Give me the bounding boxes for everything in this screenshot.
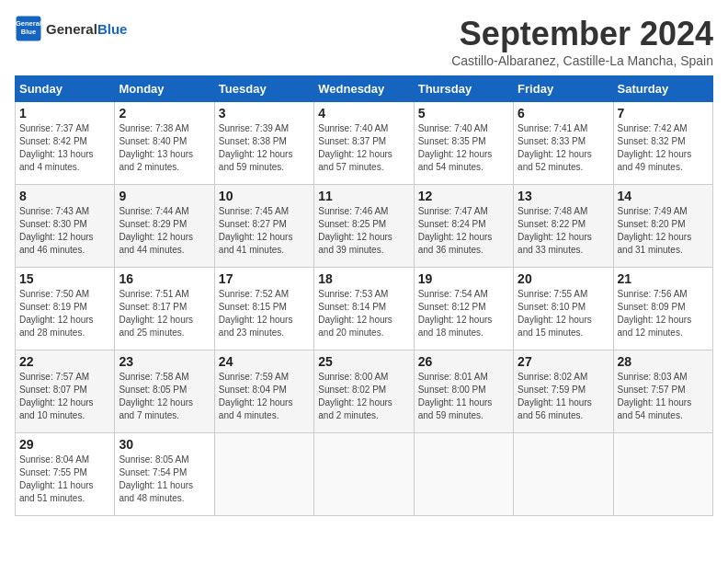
day-info: Sunrise: 7:46 AM Sunset: 8:25 PM Dayligh… bbox=[318, 205, 409, 257]
day-info: Sunrise: 7:37 AM Sunset: 8:42 PM Dayligh… bbox=[19, 122, 110, 174]
calendar-cell bbox=[414, 433, 513, 516]
calendar-cell: 21Sunrise: 7:56 AM Sunset: 8:09 PM Dayli… bbox=[613, 268, 712, 350]
day-number: 23 bbox=[119, 354, 210, 369]
day-number: 25 bbox=[318, 354, 409, 369]
calendar-cell: 1Sunrise: 7:37 AM Sunset: 8:42 PM Daylig… bbox=[16, 102, 115, 185]
calendar-table: Sunday Monday Tuesday Wednesday Thursday… bbox=[15, 75, 713, 516]
calendar-header: Sunday Monday Tuesday Wednesday Thursday… bbox=[16, 76, 713, 102]
calendar-cell: 8Sunrise: 7:43 AM Sunset: 8:30 PM Daylig… bbox=[16, 185, 115, 268]
calendar-cell: 12Sunrise: 7:47 AM Sunset: 8:24 PM Dayli… bbox=[414, 185, 513, 268]
day-number: 17 bbox=[219, 271, 310, 286]
logo: General Blue GeneralBlue bbox=[15, 15, 127, 42]
day-number: 24 bbox=[219, 354, 310, 369]
calendar-cell: 23Sunrise: 7:58 AM Sunset: 8:05 PM Dayli… bbox=[115, 350, 214, 433]
day-info: Sunrise: 7:54 AM Sunset: 8:12 PM Dayligh… bbox=[418, 288, 509, 339]
day-info: Sunrise: 8:01 AM Sunset: 8:00 PM Dayligh… bbox=[418, 371, 509, 422]
header-tuesday: Tuesday bbox=[214, 76, 313, 102]
day-info: Sunrise: 7:50 AM Sunset: 8:19 PM Dayligh… bbox=[19, 288, 110, 339]
day-info: Sunrise: 7:53 AM Sunset: 8:14 PM Dayligh… bbox=[318, 288, 409, 339]
day-number: 19 bbox=[418, 271, 509, 286]
day-number: 5 bbox=[418, 106, 509, 121]
calendar-body: 1Sunrise: 7:37 AM Sunset: 8:42 PM Daylig… bbox=[16, 102, 713, 516]
calendar-week-row: 8Sunrise: 7:43 AM Sunset: 8:30 PM Daylig… bbox=[16, 185, 713, 268]
calendar-cell: 16Sunrise: 7:51 AM Sunset: 8:17 PM Dayli… bbox=[115, 268, 214, 350]
calendar-cell: 19Sunrise: 7:54 AM Sunset: 8:12 PM Dayli… bbox=[414, 268, 513, 350]
calendar-cell: 13Sunrise: 7:48 AM Sunset: 8:22 PM Dayli… bbox=[514, 185, 613, 268]
calendar-cell: 25Sunrise: 8:00 AM Sunset: 8:02 PM Dayli… bbox=[314, 350, 414, 433]
calendar-cell: 17Sunrise: 7:52 AM Sunset: 8:15 PM Dayli… bbox=[214, 268, 313, 350]
calendar-cell: 9Sunrise: 7:44 AM Sunset: 8:29 PM Daylig… bbox=[115, 185, 214, 268]
day-info: Sunrise: 7:40 AM Sunset: 8:35 PM Dayligh… bbox=[418, 122, 509, 174]
day-number: 15 bbox=[19, 271, 110, 286]
calendar-cell: 24Sunrise: 7:59 AM Sunset: 8:04 PM Dayli… bbox=[214, 350, 313, 433]
day-info: Sunrise: 7:42 AM Sunset: 8:32 PM Dayligh… bbox=[618, 122, 709, 174]
day-info: Sunrise: 7:59 AM Sunset: 8:04 PM Dayligh… bbox=[219, 371, 310, 422]
calendar-cell: 11Sunrise: 7:46 AM Sunset: 8:25 PM Dayli… bbox=[314, 185, 414, 268]
calendar-cell bbox=[613, 433, 712, 516]
header-sunday: Sunday bbox=[16, 76, 115, 102]
day-info: Sunrise: 7:48 AM Sunset: 8:22 PM Dayligh… bbox=[518, 205, 609, 257]
header-saturday: Saturday bbox=[613, 76, 712, 102]
calendar-cell: 5Sunrise: 7:40 AM Sunset: 8:35 PM Daylig… bbox=[414, 102, 513, 185]
page-header: General Blue GeneralBlue September 2024 … bbox=[15, 15, 713, 68]
day-info: Sunrise: 7:47 AM Sunset: 8:24 PM Dayligh… bbox=[418, 205, 509, 257]
day-number: 27 bbox=[518, 354, 609, 369]
calendar-cell: 2Sunrise: 7:38 AM Sunset: 8:40 PM Daylig… bbox=[115, 102, 214, 185]
day-number: 4 bbox=[318, 106, 409, 121]
day-number: 12 bbox=[418, 189, 509, 203]
day-number: 28 bbox=[618, 354, 709, 369]
day-info: Sunrise: 7:58 AM Sunset: 8:05 PM Dayligh… bbox=[119, 371, 210, 422]
day-info: Sunrise: 7:52 AM Sunset: 8:15 PM Dayligh… bbox=[219, 288, 310, 339]
day-info: Sunrise: 7:45 AM Sunset: 8:27 PM Dayligh… bbox=[219, 205, 310, 257]
calendar-week-row: 15Sunrise: 7:50 AM Sunset: 8:19 PM Dayli… bbox=[16, 268, 713, 350]
day-number: 22 bbox=[19, 354, 110, 369]
day-number: 6 bbox=[518, 106, 609, 121]
calendar-cell bbox=[514, 433, 613, 516]
calendar-cell: 3Sunrise: 7:39 AM Sunset: 8:38 PM Daylig… bbox=[214, 102, 313, 185]
day-info: Sunrise: 8:03 AM Sunset: 7:57 PM Dayligh… bbox=[618, 371, 709, 422]
logo-icon: General Blue bbox=[15, 15, 42, 42]
title-section: September 2024 Castillo-Albaranez, Casti… bbox=[451, 15, 713, 68]
day-number: 29 bbox=[19, 437, 110, 452]
calendar-week-row: 22Sunrise: 7:57 AM Sunset: 8:07 PM Dayli… bbox=[16, 350, 713, 433]
header-monday: Monday bbox=[115, 76, 214, 102]
calendar-cell: 26Sunrise: 8:01 AM Sunset: 8:00 PM Dayli… bbox=[414, 350, 513, 433]
calendar-cell: 6Sunrise: 7:41 AM Sunset: 8:33 PM Daylig… bbox=[514, 102, 613, 185]
day-info: Sunrise: 8:02 AM Sunset: 7:59 PM Dayligh… bbox=[518, 371, 609, 422]
day-info: Sunrise: 7:51 AM Sunset: 8:17 PM Dayligh… bbox=[119, 288, 210, 339]
day-number: 8 bbox=[19, 189, 110, 203]
day-number: 13 bbox=[518, 189, 609, 203]
day-info: Sunrise: 7:55 AM Sunset: 8:10 PM Dayligh… bbox=[518, 288, 609, 339]
calendar-cell: 27Sunrise: 8:02 AM Sunset: 7:59 PM Dayli… bbox=[514, 350, 613, 433]
month-title: September 2024 bbox=[451, 15, 713, 53]
day-info: Sunrise: 7:43 AM Sunset: 8:30 PM Dayligh… bbox=[19, 205, 110, 257]
calendar-cell: 7Sunrise: 7:42 AM Sunset: 8:32 PM Daylig… bbox=[613, 102, 712, 185]
day-number: 10 bbox=[219, 189, 310, 203]
day-number: 30 bbox=[119, 437, 210, 452]
calendar-cell: 14Sunrise: 7:49 AM Sunset: 8:20 PM Dayli… bbox=[613, 185, 712, 268]
calendar-cell: 10Sunrise: 7:45 AM Sunset: 8:27 PM Dayli… bbox=[214, 185, 313, 268]
day-info: Sunrise: 8:05 AM Sunset: 7:54 PM Dayligh… bbox=[119, 454, 210, 505]
logo-text: GeneralBlue bbox=[46, 21, 127, 37]
day-info: Sunrise: 7:57 AM Sunset: 8:07 PM Dayligh… bbox=[19, 371, 110, 422]
calendar-cell bbox=[214, 433, 313, 516]
header-friday: Friday bbox=[514, 76, 613, 102]
calendar-cell: 29Sunrise: 8:04 AM Sunset: 7:55 PM Dayli… bbox=[16, 433, 115, 516]
day-number: 26 bbox=[418, 354, 509, 369]
calendar-cell: 22Sunrise: 7:57 AM Sunset: 8:07 PM Dayli… bbox=[16, 350, 115, 433]
calendar-cell: 30Sunrise: 8:05 AM Sunset: 7:54 PM Dayli… bbox=[115, 433, 214, 516]
calendar-cell: 4Sunrise: 7:40 AM Sunset: 8:37 PM Daylig… bbox=[314, 102, 414, 185]
day-number: 18 bbox=[318, 271, 409, 286]
svg-text:Blue: Blue bbox=[21, 28, 36, 36]
day-info: Sunrise: 7:39 AM Sunset: 8:38 PM Dayligh… bbox=[219, 122, 310, 174]
day-info: Sunrise: 7:40 AM Sunset: 8:37 PM Dayligh… bbox=[318, 122, 409, 174]
day-info: Sunrise: 8:04 AM Sunset: 7:55 PM Dayligh… bbox=[19, 454, 110, 505]
header-row: Sunday Monday Tuesday Wednesday Thursday… bbox=[16, 76, 713, 102]
day-number: 14 bbox=[618, 189, 709, 203]
day-number: 21 bbox=[618, 271, 709, 286]
day-number: 2 bbox=[119, 106, 210, 121]
header-wednesday: Wednesday bbox=[314, 76, 414, 102]
day-number: 9 bbox=[119, 189, 210, 203]
location-subtitle: Castillo-Albaranez, Castille-La Mancha, … bbox=[451, 53, 713, 68]
day-info: Sunrise: 7:49 AM Sunset: 8:20 PM Dayligh… bbox=[618, 205, 709, 257]
